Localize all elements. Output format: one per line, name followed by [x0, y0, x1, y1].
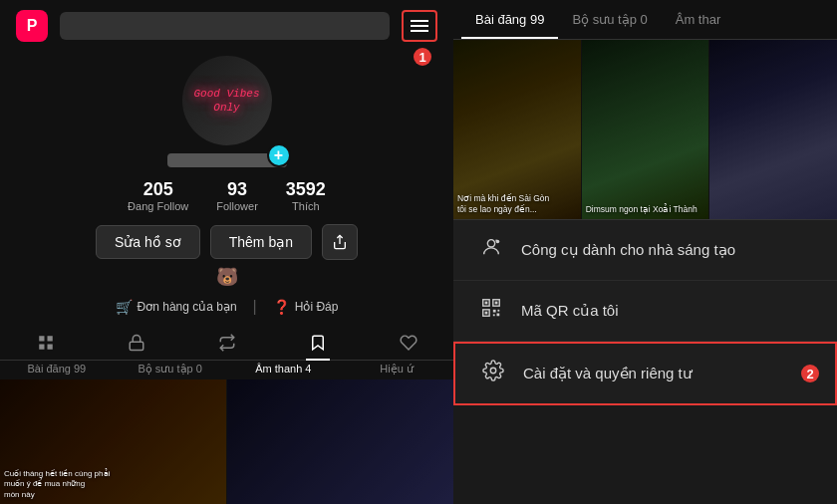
thumb-2[interactable]	[227, 379, 453, 504]
right-thumb-1-text: Nơi mà khi đến Sài Gòntôi se lao ngày đế…	[457, 193, 549, 215]
notification-icon: 🐻	[216, 266, 238, 288]
step-1-badge: 1	[414, 48, 431, 66]
right-tab-collections[interactable]: Bộ sưu tập 0	[558, 0, 661, 39]
right-tab-sounds[interactable]: Âm thar	[662, 0, 735, 39]
links-row: 🛒 Đơn hàng của bạn | ❓ Hỏi Đáp	[116, 298, 339, 316]
svg-rect-3	[39, 345, 44, 350]
right-thumbnails: Nơi mà khi đến Sài Gòntôi se lao ngày đế…	[453, 40, 837, 219]
svg-rect-9	[485, 302, 488, 305]
right-thumb-2-text: Dimsum ngon tại Xoải Thành	[586, 204, 698, 215]
svg-point-6	[487, 240, 494, 247]
svg-rect-16	[493, 314, 495, 316]
tab-bookmark[interactable]	[272, 326, 363, 360]
svg-rect-4	[47, 345, 52, 350]
svg-rect-14	[493, 310, 496, 313]
svg-rect-15	[497, 310, 499, 312]
tab-label-posts: Bài đăng 99	[0, 361, 114, 379]
stat-following: 205 Đang Follow	[128, 179, 188, 212]
creator-tools-label: Công cụ dành cho nhà sáng tạo	[521, 241, 735, 259]
share-button[interactable]	[322, 224, 358, 260]
likes-count: 3592	[286, 179, 326, 200]
avatar-add-icon[interactable]: +	[267, 143, 291, 167]
avatar: Good Vibes Only	[182, 56, 272, 145]
qa-link[interactable]: ❓ Hỏi Đáp	[273, 299, 339, 315]
right-top-tabs: Bài đăng 99 Bộ sưu tập 0 Âm thar	[453, 0, 837, 40]
tab-label-sounds: Âm thanh 4	[227, 361, 341, 379]
menu-button[interactable]	[402, 10, 437, 42]
app-icon: P	[16, 10, 48, 42]
tab-labels: Bài đăng 99 Bộ sưu tập 0 Âm thanh 4 Hiệu…	[0, 361, 453, 379]
creator-tools-icon	[477, 236, 505, 264]
tab-label-collections: Bộ sưu tập 0	[114, 361, 227, 379]
menu-line-1	[411, 20, 428, 22]
thumb-2-overlay	[227, 379, 453, 504]
svg-point-18	[490, 368, 496, 374]
avatar-text: Good Vibes Only	[193, 87, 259, 116]
svg-rect-17	[497, 314, 500, 317]
qa-icon: ❓	[273, 299, 290, 315]
step-2-badge: 2	[801, 365, 819, 382]
tab-locked[interactable]	[91, 326, 181, 360]
menu-overlay: Công cụ dành cho nhà sáng tạo Mã QR	[453, 219, 837, 405]
svg-rect-13	[485, 312, 488, 315]
right-tab-posts[interactable]: Bài đăng 99	[461, 0, 558, 39]
tab-heart[interactable]	[363, 326, 453, 360]
stats-row: 205 Đang Follow 93 Follower 3592 Thích	[128, 179, 326, 212]
avatar-section: Good Vibes Only +	[167, 56, 287, 167]
cart-icon: 🛒	[116, 299, 133, 315]
svg-rect-2	[47, 336, 52, 341]
left-panel: P 1 Good Vibes Only + 205 Đang Follow	[0, 0, 453, 504]
svg-rect-5	[130, 342, 143, 350]
likes-label: Thích	[292, 200, 320, 212]
top-bar: P 1	[0, 0, 453, 52]
right-thumb-1[interactable]: Nơi mà khi đến Sài Gòntôi se lao ngày đế…	[453, 40, 582, 219]
right-thumb-3[interactable]	[709, 40, 837, 219]
action-buttons: Sửa hồ sơ Thêm bạn	[96, 224, 358, 260]
orders-text: Đơn hàng của bạn	[138, 300, 237, 314]
menu-line-2	[411, 25, 428, 27]
followers-label: Follower	[216, 200, 258, 212]
qr-icon	[477, 297, 505, 325]
tab-label-effects: Hiệu ứ	[340, 361, 453, 379]
stat-followers: 93 Follower	[216, 179, 258, 212]
stat-likes: 3592 Thích	[286, 179, 326, 212]
nav-tabs	[0, 326, 453, 361]
menu-item-settings[interactable]: Cài đặt và quyền riêng tư 2	[453, 342, 837, 405]
tab-grid[interactable]	[0, 326, 91, 360]
qa-text: Hỏi Đáp	[295, 300, 339, 314]
thumb-1[interactable]: Cuối tháng hết tiền cùng phảimuốn ý để m…	[0, 379, 227, 504]
menu-item-creator-tools[interactable]: Công cụ dành cho nhà sáng tạo	[453, 220, 837, 281]
settings-label: Cài đặt và quyền riêng tư	[523, 365, 693, 382]
menu-item-qr[interactable]: Mã QR của tôi	[453, 281, 837, 342]
tab-repost[interactable]	[181, 326, 272, 360]
followers-count: 93	[227, 179, 247, 200]
thumbnail-grid: Cuối tháng hết tiền cùng phảimuốn ý để m…	[0, 379, 453, 504]
right-thumb-2[interactable]: Dimsum ngon tại Xoải Thành	[582, 40, 710, 219]
notification-row: 🐻	[216, 266, 238, 288]
following-label: Đang Follow	[128, 200, 188, 212]
menu-line-3	[411, 30, 428, 32]
links-divider: |	[253, 298, 257, 316]
svg-rect-11	[495, 302, 498, 305]
add-friend-button[interactable]: Thêm bạn	[210, 225, 312, 259]
edit-profile-button[interactable]: Sửa hồ sơ	[96, 225, 200, 259]
right-panel: Bài đăng 99 Bộ sưu tập 0 Âm thar Nơi mà …	[453, 0, 837, 504]
app-icon-letter: P	[27, 17, 38, 35]
orders-link[interactable]: 🛒 Đơn hàng của bạn	[116, 299, 237, 315]
settings-icon	[479, 360, 507, 387]
username-bar	[60, 12, 390, 40]
thumb-1-text: Cuối tháng hết tiền cùng phảimuốn ý để m…	[4, 469, 110, 500]
svg-rect-1	[39, 336, 44, 341]
following-count: 205	[143, 179, 173, 200]
qr-label: Mã QR của tôi	[521, 302, 619, 320]
